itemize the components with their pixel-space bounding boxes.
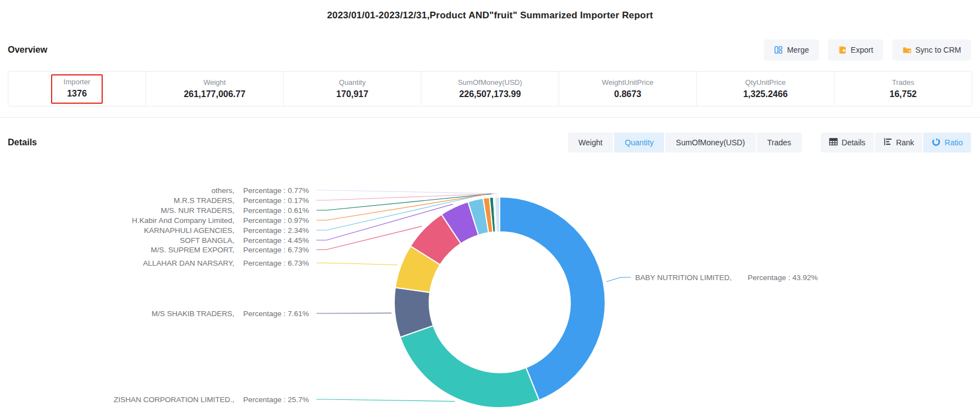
button-label: Details (842, 138, 866, 147)
importer-ratio-chart: others,Percentage : 0.77%M.R.S TRADERS,P… (0, 155, 980, 411)
report-page: 2023/01/01-2023/12/31,Product AND"fruit"… (0, 0, 980, 411)
sync-to-crm-button[interactable]: Sync to CRM (892, 39, 971, 60)
chart-label-value-allahar-dan-narsary: Percentage : 6.73% (243, 259, 309, 267)
stat-value: 16,752 (889, 90, 917, 99)
tab-sumofmoney-usd[interactable]: SumOfMoney(USD) (665, 133, 755, 153)
action-buttons: MergeExportSync to CRM (764, 39, 971, 60)
chart-label-name-zishan-corporation-limited: ZISHAN CORPORATION LIMITED., (114, 395, 234, 404)
stat-value: 261,177,006.77 (184, 90, 245, 99)
stat-label: SumOfMoney(USD) (458, 79, 522, 86)
chart-label-value-others: Percentage : 0.77% (243, 186, 309, 195)
button-label: Export (851, 45, 873, 54)
stat-label: Quantity (339, 79, 365, 86)
chart-label-name-others: others, (212, 186, 234, 195)
stat-quantity: Quantity170,917 (283, 72, 421, 106)
merge-button[interactable]: Merge (764, 39, 819, 60)
stat-trades: Trades16,752 (834, 72, 972, 106)
stat-value: 170,917 (336, 90, 369, 99)
export-button[interactable]: Export (828, 39, 883, 60)
ratio-icon (932, 138, 941, 148)
chart-label-name-baby-nutrition-limited: BABY NUTRITION LIMITED, (635, 273, 732, 282)
stat-label: Trades (892, 79, 914, 86)
stat-value: 0.8673 (614, 90, 641, 99)
chart-label-value-m-r-s-traders: Percentage : 0.17% (243, 196, 309, 205)
view-buttons: DetailsRankRatio (821, 133, 971, 153)
highlight-red-box: Importer1376 (51, 74, 102, 104)
chart-label-value-baby-nutrition-limited: Percentage : 43.92% (748, 273, 818, 282)
stat-sumofmoney-usd: SumOfMoney(USD)226,507,173.99 (421, 72, 559, 106)
stat-label: Importer (63, 78, 90, 85)
button-label: Merge (787, 45, 809, 54)
chart-label-value-m-s-shakib-traders: Percentage : 7.61% (243, 309, 309, 318)
tab-label: Quantity (625, 138, 654, 147)
stat-value: 226,507,173.99 (459, 90, 521, 99)
chart-label-value-karnaphuli-agencies: Percentage : 2.34% (243, 226, 309, 235)
export-icon (838, 45, 847, 54)
stat-importer: Importer1376 (8, 72, 145, 106)
chart-label-value-h-kabir-and-company-limited: Percentage : 0.97% (243, 216, 309, 225)
tab-label: SumOfMoney(USD) (676, 138, 745, 147)
view-ratio-button[interactable]: Ratio (923, 133, 971, 153)
donut-slice-zishan-corporation-limited[interactable] (400, 326, 539, 408)
details-header: Details WeightQuantitySumOfMoney(USD)Tra… (8, 132, 971, 153)
metric-tabs: WeightQuantitySumOfMoney(USD)Trades (568, 133, 802, 153)
section-divider (0, 117, 980, 118)
leader-line-others (316, 190, 497, 194)
merge-icon (774, 45, 783, 54)
stat-qtyunitprice: QtyUnitPrice1,325.2466 (696, 72, 834, 106)
leader-line-zishan-corporation-limited (316, 399, 455, 402)
overview-header: Overview MergeExportSync to CRM (8, 39, 971, 61)
view-details-button[interactable]: Details (821, 133, 874, 153)
chart-label-name-m-r-s-traders: M.R.S TRADERS, (174, 196, 234, 205)
page-title: 2023/01/01-2023/12/31,Product AND"fruit"… (0, 10, 980, 21)
button-label: Ratio (944, 138, 963, 147)
details-controls: WeightQuantitySumOfMoney(USD)Trades Deta… (568, 133, 971, 153)
chart-label-name-soft-bangla: SOFT BANGLA, (180, 236, 234, 245)
donut-slice-baby-nutrition-limited[interactable] (500, 197, 605, 400)
stat-weightunitprice: WeightUnitPrice0.8673 (559, 72, 696, 106)
leader-line-m-r-s-traders (316, 194, 494, 200)
chart-label-name-m-s-nur-traders: M/S. NUR TRADERS, (160, 206, 234, 215)
chart-label-value-zishan-corporation-limited: Percentage : 25.7% (243, 395, 309, 404)
stat-label: WeightUnitPrice (602, 79, 654, 86)
rank-icon (883, 138, 892, 148)
chart-label-name-m-s-suprem-export: M/S. SUPREM EXPORT, (150, 246, 234, 254)
tab-trades[interactable]: Trades (757, 133, 802, 153)
button-label: Rank (896, 138, 914, 147)
table-icon (829, 138, 838, 148)
folder-sync-icon (902, 45, 912, 54)
chart-label-name-karnaphuli-agencies: KARNAPHULI AGENCIES, (144, 226, 234, 235)
chart-label-value-m-s-suprem-export: Percentage : 6.73% (243, 246, 309, 254)
view-rank-button[interactable]: Rank (875, 133, 923, 153)
stat-weight: Weight261,177,006.77 (145, 72, 283, 106)
tab-label: Trades (767, 138, 791, 147)
chart-label-name-m-s-shakib-traders: M/S SHAKIB TRADERS, (152, 309, 234, 318)
chart-label-name-h-kabir-and-company-limited: H.Kabir And Company Limited, (132, 216, 234, 225)
tab-label: Weight (579, 138, 602, 147)
stat-value: 1376 (67, 89, 87, 98)
stat-value: 1,325.2466 (743, 90, 787, 99)
leader-line-baby-nutrition-limited (606, 277, 631, 282)
tab-weight[interactable]: Weight (568, 133, 613, 153)
leader-line-m-s-suprem-export (316, 226, 422, 250)
button-label: Sync to CRM (916, 45, 961, 54)
overview-stats-card: Importer1376Weight261,177,006.77Quantity… (8, 71, 972, 106)
chart-label-name-allahar-dan-narsary: ALLAHAR DAN NARSARY, (143, 259, 234, 267)
details-heading: Details (8, 138, 37, 148)
overview-heading: Overview (8, 45, 47, 55)
chart-label-value-m-s-nur-traders: Percentage : 0.61% (243, 206, 309, 215)
chart-label-value-soft-bangla: Percentage : 4.45% (243, 236, 309, 245)
stat-label: QtyUnitPrice (745, 79, 786, 86)
tab-quantity[interactable]: Quantity (614, 133, 664, 153)
stat-label: Weight (203, 79, 225, 86)
leader-line-allahar-dan-narsary (316, 263, 398, 265)
leader-line-m-s-shakib-traders (316, 313, 391, 313)
